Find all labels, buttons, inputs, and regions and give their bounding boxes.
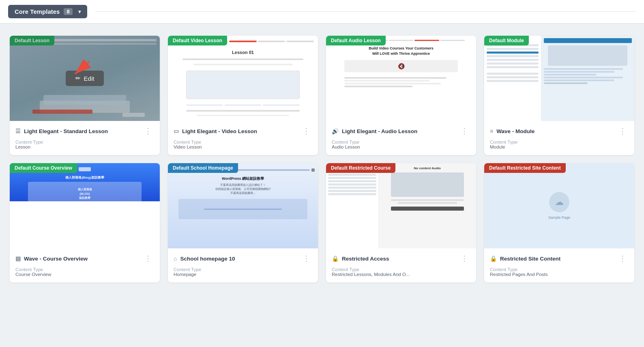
card-title-row: ☰ Light Elegant - Standard Lesson ⋮ bbox=[15, 126, 154, 136]
meta-label: Content Type bbox=[490, 267, 629, 272]
card-info: ≡ Wave - Module ⋮ Content Type Module bbox=[484, 121, 634, 155]
card-info: ☰ Light Elegant - Standard Lesson ⋮ Cont… bbox=[10, 121, 160, 155]
template-card-default-course-overview: Default Course Overview 個人部落格(Blog)架設教學 … bbox=[10, 163, 160, 282]
card-thumbnail: Default Module bbox=[484, 36, 634, 121]
card-info: 🔒 Restricted Access ⋮ Content Type Restr… bbox=[326, 248, 476, 282]
meta-label: Content Type bbox=[174, 267, 312, 272]
card-type-icon: ▤ bbox=[15, 255, 21, 262]
card-title-text: Restricted Access bbox=[342, 256, 389, 262]
card-title-row: ≡ Wave - Module ⋮ bbox=[490, 126, 629, 136]
card-title: 🔒 Restricted Access bbox=[332, 255, 389, 262]
card-menu-button[interactable]: ⋮ bbox=[142, 126, 154, 136]
card-title-text: Wave - Module bbox=[496, 128, 535, 134]
card-type-icon: ☰ bbox=[15, 128, 21, 134]
card-title: ▭ Light Elegant - Video Lesson bbox=[174, 128, 257, 134]
badge-label: Default Module bbox=[484, 36, 529, 45]
template-card-default-restricted-course: Default Restricted Course No content Aud… bbox=[326, 163, 476, 282]
card-thumbnail: Default Restricted Course No content Aud… bbox=[326, 163, 476, 248]
restricted-site-icon: ☁ bbox=[549, 192, 569, 212]
card-thumbnail: Default School Homepage WordPress 網站架設教學… bbox=[168, 163, 318, 248]
badge-label: Default Audio Lesson bbox=[326, 36, 386, 45]
meta-label: Content Type bbox=[15, 267, 154, 272]
card-info: 🔒 Restricted Site Content ⋮ Content Type… bbox=[484, 248, 634, 282]
card-meta: Content Type Homepage bbox=[174, 267, 312, 277]
template-card-default-audio-lesson: Default Audio Lesson Build Video Courses… bbox=[326, 36, 476, 155]
edit-button[interactable]: ✏ Edit bbox=[66, 71, 104, 86]
card-menu-button[interactable]: ⋮ bbox=[616, 126, 629, 136]
chevron-down-icon: ▾ bbox=[78, 9, 81, 15]
card-type-icon: ▭ bbox=[174, 128, 179, 134]
card-thumbnail: Default Audio Lesson Build Video Courses… bbox=[326, 36, 476, 121]
card-title-row: 🔊 Light Elegant - Audio Lesson ⋮ bbox=[332, 126, 470, 136]
badge-label: Default Restricted Course bbox=[326, 163, 395, 173]
meta-value: Video Lesson bbox=[174, 144, 312, 149]
card-title: 🔊 Light Elegant - Audio Lesson bbox=[332, 128, 417, 134]
card-thumbnail: Default Course Overview 個人部落格(Blog)架設教學 … bbox=[10, 163, 160, 248]
card-meta: Content Type Course Overview bbox=[15, 267, 154, 277]
thumbnail-course: 個人部落格(Blog)架設教學 個人部落格(BLOG)架設教學 bbox=[10, 163, 160, 248]
card-type-icon: 🔒 bbox=[490, 255, 497, 262]
card-thumbnail: Default Lesson bbox=[10, 36, 160, 121]
card-type-icon: ⌂ bbox=[174, 255, 177, 262]
card-menu-button[interactable]: ⋮ bbox=[616, 253, 629, 264]
card-title: ⌂ School homepage 10 bbox=[174, 255, 235, 262]
thumbnail-restricted-site: ☁ Sample Page bbox=[484, 163, 634, 248]
badge-label: Default Restricted Site Content bbox=[484, 163, 566, 173]
badge-label: Default Course Overview bbox=[10, 163, 77, 173]
card-title-row: ⌂ School homepage 10 ⋮ bbox=[174, 253, 312, 264]
meta-value: Homepage bbox=[174, 272, 312, 277]
card-menu-button[interactable]: ⋮ bbox=[458, 126, 470, 136]
card-title-row: 🔒 Restricted Site Content ⋮ bbox=[490, 253, 629, 264]
core-templates-dropdown[interactable]: Core Templates 8 ▾ bbox=[8, 5, 87, 18]
meta-value: Restricted Lessons, Modules And O... bbox=[332, 272, 470, 277]
template-card-default-module: Default Module bbox=[484, 36, 634, 155]
restricted-site-label: Sample Page bbox=[548, 216, 570, 220]
meta-label: Content Type bbox=[332, 267, 470, 272]
card-type-icon: ≡ bbox=[490, 128, 493, 134]
card-thumbnail: Default Restricted Site Content ☁ Sample… bbox=[484, 163, 634, 248]
thumbnail-video: Lesson 01 bbox=[168, 36, 318, 121]
pencil-icon: ✏ bbox=[75, 75, 81, 82]
card-title: 🔒 Restricted Site Content bbox=[490, 255, 560, 262]
card-menu-button[interactable]: ⋮ bbox=[142, 253, 154, 264]
meta-label: Content Type bbox=[332, 140, 470, 144]
card-title-row: 🔒 Restricted Access ⋮ bbox=[332, 253, 470, 264]
header-divider bbox=[95, 11, 636, 12]
top-bar: Core Templates 8 ▾ bbox=[0, 0, 644, 24]
edit-overlay: ✏ Edit bbox=[10, 36, 160, 121]
card-meta: Content Type Video Lesson bbox=[174, 140, 312, 149]
card-meta: Content Type Lesson bbox=[15, 140, 154, 149]
card-thumbnail: Default Video Lesson Lesson 01 bbox=[168, 36, 318, 121]
template-card-default-restricted-site: Default Restricted Site Content ☁ Sample… bbox=[484, 163, 634, 282]
card-title-text: Wave - Course Overview bbox=[24, 256, 88, 262]
card-type-icon: 🔊 bbox=[332, 128, 339, 134]
card-meta: Content Type Module bbox=[490, 140, 629, 149]
card-title-text: Light Elegant - Video Lesson bbox=[182, 128, 257, 134]
meta-label: Content Type bbox=[15, 140, 154, 144]
card-menu-button[interactable]: ⋮ bbox=[458, 253, 470, 264]
card-title-text: Restricted Site Content bbox=[500, 256, 560, 262]
card-title: ≡ Wave - Module bbox=[490, 128, 535, 134]
meta-value: Audio Lesson bbox=[332, 144, 470, 149]
card-menu-button[interactable]: ⋮ bbox=[300, 253, 312, 264]
badge-label: Default School Homepage bbox=[168, 163, 238, 173]
meta-value: Restricted Pages And Posts bbox=[490, 272, 629, 277]
template-card-default-video-lesson: Default Video Lesson Lesson 01 bbox=[168, 36, 318, 155]
card-title-text: School homepage 10 bbox=[180, 256, 235, 262]
card-title: ▤ Wave - Course Overview bbox=[15, 255, 88, 262]
template-card-default-school-homepage: Default School Homepage WordPress 網站架設教學… bbox=[168, 163, 318, 282]
card-menu-button[interactable]: ⋮ bbox=[300, 126, 312, 136]
thumbnail-restricted: No content Audio bbox=[326, 163, 476, 248]
templates-count: 8 bbox=[64, 8, 72, 15]
meta-value: Course Overview bbox=[15, 272, 154, 277]
card-title-text: Light Elegant - Standard Lesson bbox=[24, 128, 108, 134]
meta-label: Content Type bbox=[490, 140, 629, 144]
meta-label: Content Type bbox=[174, 140, 312, 144]
card-info: ▭ Light Elegant - Video Lesson ⋮ Content… bbox=[168, 121, 318, 155]
templates-grid: Default Lesson bbox=[0, 24, 644, 295]
card-title-row: ▭ Light Elegant - Video Lesson ⋮ bbox=[174, 126, 312, 136]
card-title-text: Light Elegant - Audio Lesson bbox=[342, 128, 417, 134]
card-title-row: ▤ Wave - Course Overview ⋮ bbox=[15, 253, 154, 264]
card-info: ⌂ School homepage 10 ⋮ Content Type Home… bbox=[168, 248, 318, 282]
card-meta: Content Type Restricted Lessons, Modules… bbox=[332, 267, 470, 277]
